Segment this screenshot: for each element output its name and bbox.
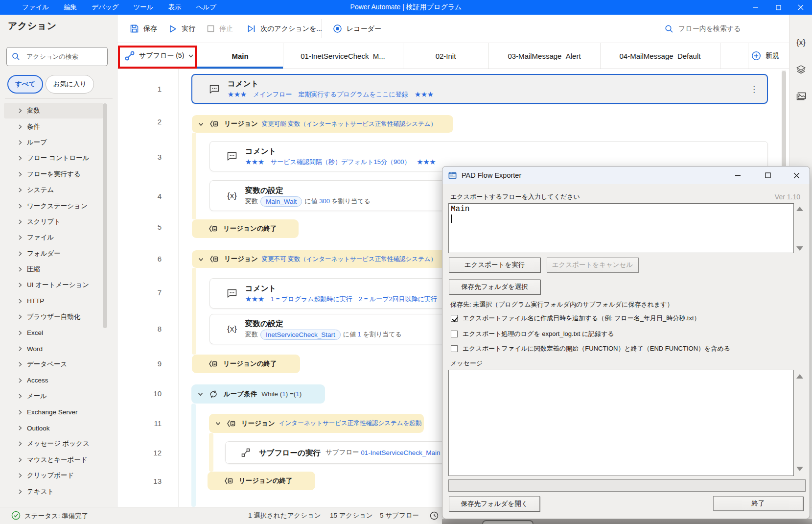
tab-inetservicecheck[interactable]: 01-InetServiceCheck_M...: [283, 43, 403, 69]
sidebar-category-item[interactable]: 条件: [4, 119, 103, 134]
sidebar-scrollbar[interactable]: [103, 103, 107, 328]
region-end-row[interactable]: リージョンの終了: [192, 219, 299, 238]
sidebar-category-item[interactable]: Excel: [4, 325, 103, 340]
chevron-down-icon[interactable]: [198, 256, 204, 262]
sidebar-category-item[interactable]: データベース: [4, 357, 103, 372]
chevron-down-icon[interactable]: [198, 121, 204, 127]
minimize-icon[interactable]: [744, 0, 767, 15]
loop-row[interactable]: ループ条件 While (1) =(1): [191, 384, 325, 404]
new-subflow-button[interactable]: 新規: [751, 43, 779, 69]
sidebar-category-item[interactable]: スクリプト: [4, 214, 103, 230]
variable-pill[interactable]: InetServiceCheck_Start: [260, 330, 341, 340]
window-app-icon: [448, 171, 457, 180]
choose-folder-button[interactable]: 保存先フォルダを選択: [449, 279, 540, 294]
flow-search-input[interactable]: フロー内を検索する: [665, 15, 741, 43]
region-name: 変更不可 変数（インターネットサービス正常性確認システム）: [262, 255, 437, 263]
row-number: 12: [147, 448, 162, 458]
run-export-button[interactable]: エクスポートを実行: [449, 257, 540, 272]
recorder-button[interactable]: レコーダー: [333, 15, 381, 43]
region-row[interactable]: リージョン 変更不可 変数（インターネットサービス正常性確認システム）: [192, 250, 453, 268]
checkbox-unchecked-icon[interactable]: [451, 331, 458, 337]
sidebar-category-item[interactable]: Exchange Server: [4, 404, 103, 420]
sidebar-category-item[interactable]: ワークステーション: [4, 198, 103, 214]
tab-main[interactable]: Main: [197, 43, 283, 69]
tab-mailmessage-default[interactable]: 04-MailMessage_Default: [600, 43, 720, 69]
sidebar-category-item[interactable]: フロー コントロール: [4, 150, 103, 166]
run-next-action-button[interactable]: 次のアクションを...: [247, 15, 322, 43]
sidebar-category-item[interactable]: ファイル: [4, 230, 103, 245]
status-actions-count: 15 アクション: [330, 511, 373, 520]
stop-button[interactable]: 停止: [207, 15, 233, 43]
sidebar-category-item[interactable]: Access: [4, 373, 103, 388]
action-search-input[interactable]: アクションの検索: [6, 47, 108, 66]
run-subflow-icon: [239, 448, 252, 457]
tab-mailmessage-alert[interactable]: 03-MailMessage_Alert: [488, 43, 600, 69]
exit-button[interactable]: 終了: [713, 496, 803, 511]
menu-debug[interactable]: デバッグ: [84, 0, 126, 15]
sidebar-category-item[interactable]: テキスト: [4, 483, 103, 499]
open-folder-button[interactable]: 保存先フォルダを開く: [449, 496, 540, 511]
chevron-down-icon[interactable]: [197, 391, 204, 397]
close-icon[interactable]: [789, 0, 812, 15]
scroll-down-icon[interactable]: [796, 246, 803, 251]
sidebar-category-item[interactable]: 圧縮: [4, 262, 103, 277]
region-end-row[interactable]: リージョンの終了: [192, 355, 300, 373]
subflow-link[interactable]: 01-InetServiceCheck_Main: [361, 449, 440, 456]
checkbox-unchecked-icon[interactable]: [451, 345, 458, 352]
sidebar-category-item[interactable]: システム: [4, 182, 103, 198]
region-row[interactable]: リージョン インターネットサービス正常性確認システムを起動: [209, 414, 424, 433]
ui-elements-pane-button[interactable]: [789, 62, 812, 77]
scroll-down-icon[interactable]: [796, 467, 803, 471]
region-row[interactable]: リージョン 変更可能 変数（インターネットサービス正常性確認システム）: [192, 115, 453, 133]
sidebar-category-item[interactable]: 変数: [4, 103, 103, 119]
variables-icon: {x}: [796, 38, 806, 47]
sidebar-category-item[interactable]: UI オートメーション: [4, 277, 103, 293]
tab-init[interactable]: 02-Init: [403, 43, 488, 69]
message-textarea[interactable]: [448, 370, 794, 476]
cancel-export-button[interactable]: エクスポートをキャンセル: [547, 257, 638, 272]
checkbox-checked-icon[interactable]: [451, 315, 458, 322]
save-button[interactable]: 保存: [130, 15, 157, 43]
chevron-down-icon[interactable]: [215, 420, 221, 427]
sidebar-category-item[interactable]: フォルダー: [4, 246, 103, 262]
chevron-down-icon: [198, 121, 204, 127]
action-title: コメント: [245, 283, 437, 293]
menu-help[interactable]: ヘルプ: [189, 0, 224, 15]
menu-file[interactable]: ファイル: [15, 0, 56, 15]
dialog-maximize-icon[interactable]: [757, 167, 779, 184]
scroll-up-icon[interactable]: [796, 207, 803, 211]
status-subflows-count: 5 サブフロー: [380, 511, 419, 520]
chevron-right-icon: [18, 299, 23, 304]
sidebar-category-item[interactable]: メール: [4, 388, 103, 404]
variable-pill[interactable]: Main_Wait: [260, 196, 302, 207]
dialog-minimize-icon[interactable]: [726, 167, 749, 184]
checkbox-row-log[interactable]: エクスポート処理のログを export_log.txt に記録する: [451, 330, 614, 338]
menu-tools[interactable]: ツール: [126, 0, 161, 15]
dialog-close-icon[interactable]: [785, 167, 808, 184]
menu-view[interactable]: 表示: [161, 0, 189, 15]
sidebar-category-item[interactable]: ループ: [4, 135, 103, 150]
filter-all-pill[interactable]: すべて: [7, 75, 43, 94]
checkbox-row-function[interactable]: エクスポートファイルに関数定義の開始（FUNCTION）と終了（END FUNC…: [451, 344, 730, 353]
filter-favorites-pill[interactable]: お気に入り: [46, 75, 93, 94]
sidebar-category-item[interactable]: クリップボード: [4, 468, 103, 483]
images-pane-button[interactable]: [789, 90, 812, 104]
sidebar-category-item[interactable]: メッセージ ボックス: [4, 436, 103, 452]
scroll-up-icon[interactable]: [796, 374, 803, 379]
sidebar-category-item[interactable]: フローを実行する: [4, 167, 103, 182]
sidebar-category-item[interactable]: ブラウザー自動化: [4, 309, 103, 325]
action-row-comment[interactable]: コメント ★★★ メインフロー 定期実行するプログラムをここに登録 ★★★ ⋮: [191, 74, 768, 104]
more-options-icon[interactable]: ⋮: [750, 84, 758, 94]
maximize-icon[interactable]: [767, 0, 789, 15]
sidebar-category-item[interactable]: HTTP: [4, 293, 103, 309]
dialog-titlebar[interactable]: PAD Flow Exporter: [442, 167, 810, 184]
sidebar-category-item[interactable]: マウスとキーボード: [4, 452, 103, 468]
sidebar-category-item[interactable]: Word: [4, 341, 103, 357]
checkbox-row-timestamp[interactable]: エクスポートファイル名に作成日時を追加する（例: フロー名_年月日_時分秒.tx…: [451, 314, 700, 323]
region-end-row[interactable]: リージョンの終了: [208, 472, 315, 490]
run-button[interactable]: 実行: [168, 15, 195, 43]
sidebar-category-item[interactable]: Outlook: [4, 420, 103, 436]
variables-pane-button[interactable]: {x}: [789, 35, 812, 50]
menu-edit[interactable]: 編集: [56, 0, 84, 15]
flow-name-textarea[interactable]: Main: [448, 203, 794, 253]
